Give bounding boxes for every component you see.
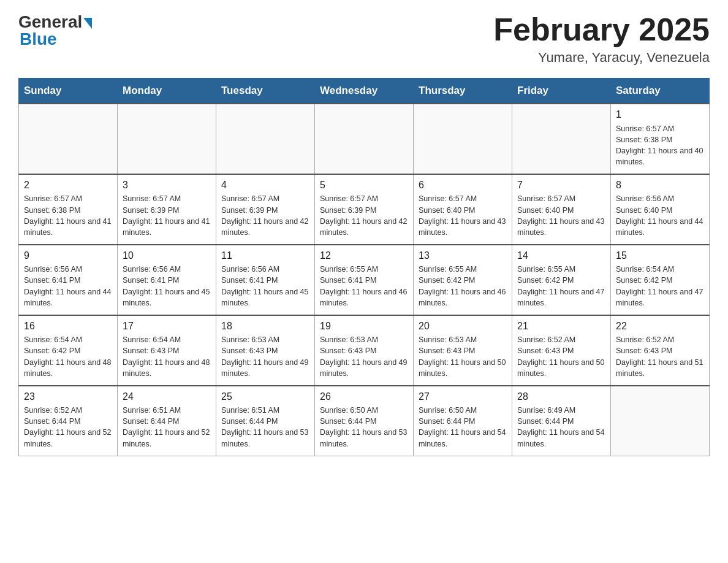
calendar-cell: 3Sunrise: 6:57 AM Sunset: 6:39 PM Daylig… xyxy=(118,174,216,245)
day-of-week-header: Monday xyxy=(118,79,216,104)
calendar-cell: 27Sunrise: 6:50 AM Sunset: 6:44 PM Dayli… xyxy=(414,386,512,456)
day-number: 26 xyxy=(320,390,408,404)
day-number: 16 xyxy=(24,320,112,333)
calendar-cell xyxy=(414,104,512,174)
calendar-cell: 5Sunrise: 6:57 AM Sunset: 6:39 PM Daylig… xyxy=(315,174,414,245)
day-number: 14 xyxy=(517,249,605,262)
day-of-week-header: Friday xyxy=(512,79,611,104)
calendar-cell: 16Sunrise: 6:54 AM Sunset: 6:42 PM Dayli… xyxy=(19,315,118,386)
day-number: 18 xyxy=(221,320,309,333)
week-row: 2Sunrise: 6:57 AM Sunset: 6:38 PM Daylig… xyxy=(19,174,710,245)
day-number: 10 xyxy=(123,249,211,262)
day-number: 2 xyxy=(24,178,112,192)
calendar-cell: 20Sunrise: 6:53 AM Sunset: 6:43 PM Dayli… xyxy=(414,315,512,386)
day-number: 6 xyxy=(419,178,507,192)
day-info: Sunrise: 6:53 AM Sunset: 6:43 PM Dayligh… xyxy=(221,334,309,379)
calendar-cell: 12Sunrise: 6:55 AM Sunset: 6:41 PM Dayli… xyxy=(315,245,414,315)
logo-blue-text: Blue xyxy=(18,29,57,49)
day-info: Sunrise: 6:51 AM Sunset: 6:44 PM Dayligh… xyxy=(123,405,211,450)
calendar-cell: 9Sunrise: 6:56 AM Sunset: 6:41 PM Daylig… xyxy=(19,245,118,315)
day-number: 21 xyxy=(517,320,605,333)
day-info: Sunrise: 6:54 AM Sunset: 6:42 PM Dayligh… xyxy=(616,264,704,308)
day-number: 25 xyxy=(221,390,309,404)
logo: General Blue xyxy=(18,12,92,49)
day-number: 13 xyxy=(419,249,507,262)
week-row: 9Sunrise: 6:56 AM Sunset: 6:41 PM Daylig… xyxy=(19,245,710,315)
day-info: Sunrise: 6:57 AM Sunset: 6:40 PM Dayligh… xyxy=(517,193,605,238)
day-number: 3 xyxy=(123,178,211,192)
day-info: Sunrise: 6:55 AM Sunset: 6:41 PM Dayligh… xyxy=(320,264,408,308)
day-info: Sunrise: 6:50 AM Sunset: 6:44 PM Dayligh… xyxy=(419,405,507,450)
day-number: 12 xyxy=(320,249,408,262)
day-number: 28 xyxy=(517,390,605,404)
day-number: 9 xyxy=(24,249,112,262)
day-of-week-header: Saturday xyxy=(611,79,710,104)
calendar-cell: 18Sunrise: 6:53 AM Sunset: 6:43 PM Dayli… xyxy=(216,315,315,386)
calendar-cell: 19Sunrise: 6:53 AM Sunset: 6:43 PM Dayli… xyxy=(315,315,414,386)
calendar-cell: 7Sunrise: 6:57 AM Sunset: 6:40 PM Daylig… xyxy=(512,174,611,245)
calendar-cell: 17Sunrise: 6:54 AM Sunset: 6:43 PM Dayli… xyxy=(118,315,216,386)
calendar-cell: 14Sunrise: 6:55 AM Sunset: 6:42 PM Dayli… xyxy=(512,245,611,315)
day-number: 7 xyxy=(517,178,605,192)
day-info: Sunrise: 6:57 AM Sunset: 6:38 PM Dayligh… xyxy=(616,123,704,168)
day-number: 23 xyxy=(24,390,112,404)
day-info: Sunrise: 6:57 AM Sunset: 6:39 PM Dayligh… xyxy=(320,193,408,238)
day-info: Sunrise: 6:52 AM Sunset: 6:43 PM Dayligh… xyxy=(517,334,605,379)
week-row: 16Sunrise: 6:54 AM Sunset: 6:42 PM Dayli… xyxy=(19,315,710,386)
calendar-cell: 10Sunrise: 6:56 AM Sunset: 6:41 PM Dayli… xyxy=(118,245,216,315)
calendar-cell: 6Sunrise: 6:57 AM Sunset: 6:40 PM Daylig… xyxy=(414,174,512,245)
calendar-cell: 1Sunrise: 6:57 AM Sunset: 6:38 PM Daylig… xyxy=(611,104,710,174)
day-info: Sunrise: 6:57 AM Sunset: 6:39 PM Dayligh… xyxy=(221,193,309,238)
day-info: Sunrise: 6:56 AM Sunset: 6:41 PM Dayligh… xyxy=(24,264,112,308)
week-row: 23Sunrise: 6:52 AM Sunset: 6:44 PM Dayli… xyxy=(19,386,710,456)
calendar-cell: 2Sunrise: 6:57 AM Sunset: 6:38 PM Daylig… xyxy=(19,174,118,245)
day-number: 27 xyxy=(419,390,507,404)
logo-arrow-icon xyxy=(83,18,92,29)
calendar-cell xyxy=(611,386,710,456)
day-info: Sunrise: 6:53 AM Sunset: 6:43 PM Dayligh… xyxy=(320,334,408,379)
day-number: 15 xyxy=(616,249,704,262)
calendar-cell: 4Sunrise: 6:57 AM Sunset: 6:39 PM Daylig… xyxy=(216,174,315,245)
day-info: Sunrise: 6:52 AM Sunset: 6:43 PM Dayligh… xyxy=(616,334,704,379)
day-info: Sunrise: 6:56 AM Sunset: 6:41 PM Dayligh… xyxy=(123,264,211,308)
calendar-cell: 8Sunrise: 6:56 AM Sunset: 6:40 PM Daylig… xyxy=(611,174,710,245)
month-title: February 2025 xyxy=(493,12,710,47)
day-info: Sunrise: 6:57 AM Sunset: 6:38 PM Dayligh… xyxy=(24,193,112,238)
day-info: Sunrise: 6:51 AM Sunset: 6:44 PM Dayligh… xyxy=(221,405,309,450)
day-info: Sunrise: 6:54 AM Sunset: 6:43 PM Dayligh… xyxy=(123,334,211,379)
calendar-cell: 25Sunrise: 6:51 AM Sunset: 6:44 PM Dayli… xyxy=(216,386,315,456)
day-of-week-header: Sunday xyxy=(19,79,118,104)
day-number: 1 xyxy=(616,108,704,121)
day-number: 8 xyxy=(616,178,704,192)
calendar-cell: 24Sunrise: 6:51 AM Sunset: 6:44 PM Dayli… xyxy=(118,386,216,456)
day-of-week-header: Thursday xyxy=(414,79,512,104)
day-info: Sunrise: 6:54 AM Sunset: 6:42 PM Dayligh… xyxy=(24,334,112,379)
calendar-cell: 15Sunrise: 6:54 AM Sunset: 6:42 PM Dayli… xyxy=(611,245,710,315)
day-number: 24 xyxy=(123,390,211,404)
day-number: 5 xyxy=(320,178,408,192)
calendar-cell xyxy=(216,104,315,174)
calendar-cell xyxy=(118,104,216,174)
location-text: Yumare, Yaracuy, Venezuela xyxy=(493,50,710,66)
day-info: Sunrise: 6:53 AM Sunset: 6:43 PM Dayligh… xyxy=(419,334,507,379)
page-header: General Blue February 2025 Yumare, Yarac… xyxy=(18,12,710,66)
day-info: Sunrise: 6:49 AM Sunset: 6:44 PM Dayligh… xyxy=(517,405,605,450)
calendar-cell: 28Sunrise: 6:49 AM Sunset: 6:44 PM Dayli… xyxy=(512,386,611,456)
day-info: Sunrise: 6:56 AM Sunset: 6:41 PM Dayligh… xyxy=(221,264,309,308)
day-info: Sunrise: 6:57 AM Sunset: 6:39 PM Dayligh… xyxy=(123,193,211,238)
day-info: Sunrise: 6:55 AM Sunset: 6:42 PM Dayligh… xyxy=(419,264,507,308)
calendar-cell: 13Sunrise: 6:55 AM Sunset: 6:42 PM Dayli… xyxy=(414,245,512,315)
title-section: February 2025 Yumare, Yaracuy, Venezuela xyxy=(493,12,710,66)
calendar-table: SundayMondayTuesdayWednesdayThursdayFrid… xyxy=(18,78,710,456)
day-info: Sunrise: 6:56 AM Sunset: 6:40 PM Dayligh… xyxy=(616,193,704,238)
day-number: 17 xyxy=(123,320,211,333)
day-number: 4 xyxy=(221,178,309,192)
day-of-week-header: Tuesday xyxy=(216,79,315,104)
calendar-header-row: SundayMondayTuesdayWednesdayThursdayFrid… xyxy=(19,79,710,104)
calendar-cell: 26Sunrise: 6:50 AM Sunset: 6:44 PM Dayli… xyxy=(315,386,414,456)
calendar-cell: 11Sunrise: 6:56 AM Sunset: 6:41 PM Dayli… xyxy=(216,245,315,315)
calendar-cell xyxy=(19,104,118,174)
day-of-week-header: Wednesday xyxy=(315,79,414,104)
calendar-cell: 21Sunrise: 6:52 AM Sunset: 6:43 PM Dayli… xyxy=(512,315,611,386)
day-info: Sunrise: 6:50 AM Sunset: 6:44 PM Dayligh… xyxy=(320,405,408,450)
